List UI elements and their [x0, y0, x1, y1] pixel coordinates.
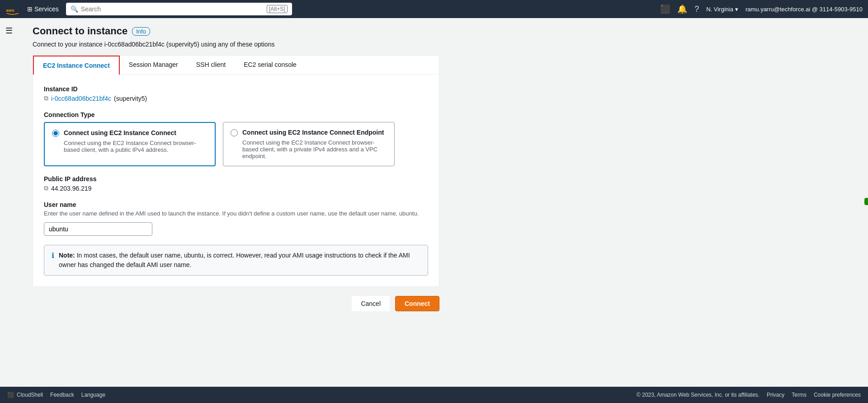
side-feedback-tab[interactable]	[864, 198, 868, 205]
terms-link[interactable]: Terms	[792, 392, 807, 398]
region-label: N. Virginia	[706, 6, 733, 13]
nav-right: ⬛ 🔔 ? N. Virginia ▾ ramu.yarru@techforce…	[660, 4, 863, 14]
user-menu[interactable]: ramu.yarru@techforce.ai @ 3114-5903-9510	[745, 6, 863, 13]
public-ip-value: ⧉ 44.203.96.219	[44, 184, 428, 192]
instance-name: (supervity5)	[114, 95, 147, 102]
services-menu[interactable]: ⊞ Services	[24, 4, 62, 14]
language-link[interactable]: Language	[81, 392, 105, 398]
radio-ec2-connect-desc: Connect using the EC2 Instance Connect b…	[64, 140, 208, 153]
page-title: Connect to instance	[33, 25, 127, 37]
radio-ec2-connect-title: Connect using EC2 Instance Connect	[52, 129, 208, 137]
tab-ec2-instance-connect[interactable]: EC2 Instance Connect	[33, 56, 120, 75]
aws-logo[interactable]: aws	[5, 2, 20, 16]
tab-ssh-client[interactable]: SSH client	[187, 56, 235, 75]
cookie-link[interactable]: Cookie preferences	[814, 392, 861, 398]
services-label: Services	[34, 5, 59, 13]
tab-bar: EC2 Instance Connect Session Manager SSH…	[33, 56, 439, 75]
username-help: Enter the user name defined in the AMI u…	[44, 210, 428, 217]
search-input[interactable]	[81, 5, 264, 13]
username-label: User name	[44, 201, 428, 208]
page-content: Connect to instance Info Connect to your…	[18, 18, 868, 387]
bell-icon[interactable]: 🔔	[677, 4, 687, 14]
username-group: User name Enter the user name defined in…	[44, 201, 428, 236]
grid-icon: ⊞	[27, 5, 33, 13]
card-body: Instance ID ⧉ i-0cc68ad06bc21bf4c (super…	[33, 75, 439, 286]
instance-id-link[interactable]: i-0cc68ad06bc21bf4c	[51, 95, 111, 102]
terminal-small-icon: ⬛	[7, 392, 14, 398]
radio-ec2-endpoint-title: Connect using EC2 Instance Connect Endpo…	[231, 129, 387, 136]
connection-type-label: Connection Type	[44, 111, 428, 118]
page-wrapper: Connect to instance Info Connect to your…	[0, 18, 868, 403]
svg-text:aws: aws	[6, 8, 14, 13]
public-ip-label: Public IP address	[44, 175, 428, 183]
radio-ec2-connect[interactable]: Connect using EC2 Instance Connect Conne…	[44, 122, 216, 166]
copy-icon[interactable]: ⧉	[44, 94, 48, 102]
info-link[interactable]: Info	[132, 27, 150, 36]
radio-ec2-endpoint-input[interactable]	[231, 129, 238, 136]
privacy-link[interactable]: Privacy	[767, 392, 784, 398]
instance-id-label: Instance ID	[44, 85, 428, 93]
page-title-area: Connect to instance Info	[33, 18, 854, 41]
sidebar-toggle[interactable]: ☰	[0, 22, 18, 40]
search-icon: 🔍	[71, 5, 78, 13]
connection-type-group: Connection Type Connect using EC2 Instan…	[44, 111, 428, 166]
instance-id-value: ⧉ i-0cc68ad06bc21bf4c (supervity5)	[44, 94, 428, 102]
top-navigation: aws ⊞ Services 🔍 [Alt+S] ⬛ 🔔 ? N. Virgin…	[0, 0, 868, 18]
note-box: ℹ Note: In most cases, the default user …	[44, 245, 428, 276]
radio-ec2-endpoint[interactable]: Connect using EC2 Instance Connect Endpo…	[223, 122, 395, 166]
radio-group: Connect using EC2 Instance Connect Conne…	[44, 122, 428, 166]
tab-session-manager[interactable]: Session Manager	[120, 56, 187, 75]
public-ip-group: Public IP address ⧉ 44.203.96.219	[44, 175, 428, 192]
connect-card: EC2 Instance Connect Session Manager SSH…	[33, 55, 439, 287]
username-input[interactable]	[44, 222, 152, 236]
instance-id-group: Instance ID ⧉ i-0cc68ad06bc21bf4c (super…	[44, 85, 428, 102]
public-ip-address: 44.203.96.219	[51, 185, 92, 192]
feedback-link[interactable]: Feedback	[50, 392, 74, 398]
region-selector[interactable]: N. Virginia ▾	[706, 6, 738, 13]
bottom-bar-right: © 2023, Amazon Web Services, Inc. or its…	[637, 392, 861, 398]
bottom-bar-left: ⬛ CloudShell Feedback Language	[7, 392, 105, 398]
info-circle-icon: ℹ	[52, 251, 54, 260]
connect-button[interactable]: Connect	[395, 296, 439, 311]
terminal-icon[interactable]: ⬛	[660, 4, 670, 14]
cloudshell-button[interactable]: ⬛ CloudShell	[7, 392, 43, 398]
bottom-bar: ⬛ CloudShell Feedback Language © 2023, A…	[0, 387, 868, 403]
tab-ec2-serial-console[interactable]: EC2 serial console	[235, 56, 306, 75]
search-bar: 🔍 [Alt+S]	[66, 3, 292, 15]
radio-ec2-endpoint-desc: Connect using the EC2 Instance Connect b…	[242, 139, 387, 159]
cancel-button[interactable]: Cancel	[352, 296, 390, 311]
radio-ec2-connect-input[interactable]	[52, 130, 59, 137]
search-shortcut: [Alt+S]	[267, 5, 288, 13]
copy-ip-icon[interactable]: ⧉	[44, 184, 48, 192]
help-icon[interactable]: ?	[694, 5, 699, 14]
footer-actions: Cancel Connect	[33, 287, 439, 320]
note-text: Note: In most cases, the default user na…	[59, 251, 420, 270]
chevron-down-icon: ▾	[735, 6, 738, 13]
page-subtitle: Connect to your instance i-0cc68ad06bc21…	[33, 41, 854, 48]
copyright-text: © 2023, Amazon Web Services, Inc. or its…	[637, 392, 760, 398]
cloudshell-label: CloudShell	[17, 392, 43, 398]
